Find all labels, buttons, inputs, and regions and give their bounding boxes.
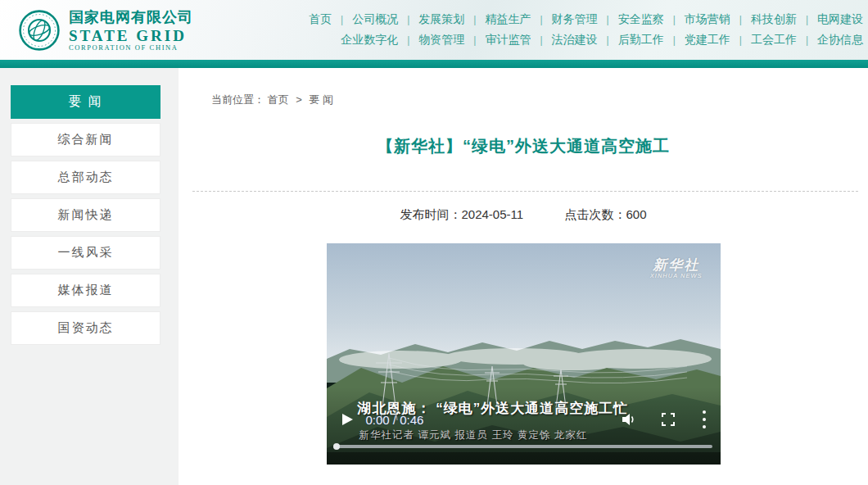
- nav-row1-item-4[interactable]: 精益生产: [485, 12, 531, 27]
- nav-row1-item-2[interactable]: 公司概况: [352, 12, 398, 27]
- company-name-en: STATE GRID: [69, 28, 193, 43]
- main-content: 当前位置： 首页 > 要 闻 【新华社】“绿电”外送大通道高空施工 发布时间：2…: [179, 68, 868, 485]
- nav-row2-item-3[interactable]: 审计监管: [485, 33, 531, 48]
- nav-row1-item-6[interactable]: 安全监察: [618, 12, 664, 27]
- xinhua-watermark-cn: 新华社: [650, 258, 703, 273]
- fullscreen-icon[interactable]: [662, 413, 675, 426]
- nav-row-2: 企业数字化|物资管理|审计监管|法治建设|后勤工作|党建工作|工会工作|企协信息: [341, 33, 863, 48]
- nav-separator: |: [407, 34, 409, 46]
- dashed-divider: [192, 191, 858, 192]
- logo[interactable]: 国家电网有限公司 STATE GRID CORPORATION OF CHINA: [0, 7, 215, 52]
- nav-separator: |: [739, 34, 742, 46]
- nav-row2-item-2[interactable]: 物资管理: [418, 33, 464, 48]
- nav-row1-item-8[interactable]: 科技创新: [751, 12, 797, 27]
- video-player[interactable]: 新华社 XINHUA NEWS 湖北恩施： “绿电”外送大通道高空施工忙 新华社…: [327, 243, 721, 465]
- video-progress-bar[interactable]: [333, 445, 712, 448]
- sidebar-item-3[interactable]: 总部动态: [11, 161, 160, 194]
- nav-row2-item-5[interactable]: 后勤工作: [618, 33, 664, 48]
- nav-separator: |: [407, 14, 409, 25]
- nav-separator: |: [607, 14, 609, 25]
- nav-row2-item-4[interactable]: 法治建设: [552, 33, 598, 48]
- video-timestamp: 0:00 / 0:46: [366, 413, 424, 427]
- nav-separator: |: [473, 14, 476, 25]
- header-divider-bar: [0, 60, 868, 68]
- breadcrumb-separator: >: [296, 93, 302, 106]
- nav-row2-item-8[interactable]: 企协信息: [817, 33, 863, 48]
- more-options-icon[interactable]: [703, 410, 708, 428]
- state-grid-logo-icon: [18, 9, 61, 52]
- nav-row2-item-7[interactable]: 工会工作: [751, 33, 797, 48]
- sidebar-item-4[interactable]: 新闻快递: [11, 198, 160, 232]
- sidebar-item-5[interactable]: 一线风采: [11, 236, 160, 270]
- logo-text: 国家电网有限公司 STATE GRID CORPORATION OF CHINA: [69, 7, 193, 52]
- nav-separator: |: [540, 14, 542, 25]
- nav-row1-item-1[interactable]: 首页: [309, 12, 332, 27]
- company-name-en-sub: CORPORATION OF CHINA: [69, 43, 193, 52]
- nav-separator: |: [806, 34, 808, 46]
- nav-row2-item-1[interactable]: 企业数字化: [341, 33, 398, 48]
- video-credits: 新华社记者 谭元斌 报道员 王玲 黄定馀 龙家红: [359, 428, 588, 442]
- site-header: 国家电网有限公司 STATE GRID CORPORATION OF CHINA…: [0, 0, 868, 60]
- breadcrumb: 当前位置： 首页 > 要 闻: [179, 93, 868, 107]
- nav-separator: |: [341, 14, 343, 25]
- page: 国家电网有限公司 STATE GRID CORPORATION OF CHINA…: [0, 0, 868, 485]
- article-meta: 发布时间：2024-05-11 点击次数：600: [179, 207, 868, 223]
- breadcrumb-home-link[interactable]: 首页: [268, 93, 289, 106]
- nav-row1-item-9[interactable]: 电网建设: [817, 12, 863, 27]
- nav-row2-item-6[interactable]: 党建工作: [685, 33, 730, 48]
- publish-date: 发布时间：2024-05-11: [400, 207, 524, 221]
- sidebar-item-7[interactable]: 国资动态: [11, 311, 160, 345]
- nav-separator: |: [673, 34, 676, 46]
- nav-separator: |: [607, 34, 609, 46]
- nav-row1-item-7[interactable]: 市场营销: [685, 12, 730, 27]
- body-area: 要 闻综合新闻总部动态新闻快递一线风采媒体报道国资动态 当前位置： 首页 > 要…: [0, 68, 868, 485]
- nav-row-1: 首页|公司概况|发展策划|精益生产|财务管理|安全监察|市场营销|科技创新|电网…: [309, 12, 863, 27]
- nav-row1-item-3[interactable]: 发展策划: [418, 12, 464, 27]
- nav-row1-item-5[interactable]: 财务管理: [552, 12, 598, 27]
- sidebar: 要 闻综合新闻总部动态新闻快递一线风采媒体报道国资动态: [0, 68, 179, 485]
- nav-separator: |: [739, 14, 742, 25]
- xinhua-watermark-en: XINHUA NEWS: [650, 273, 703, 279]
- main-nav: 首页|公司概况|发展策划|精益生产|财务管理|安全监察|市场营销|科技创新|电网…: [215, 12, 868, 48]
- article-title: 【新华社】“绿电”外送大通道高空施工: [179, 135, 868, 157]
- sidebar-item-1[interactable]: 要 闻: [11, 85, 160, 119]
- sidebar-item-6[interactable]: 媒体报道: [11, 274, 160, 307]
- nav-separator: |: [673, 14, 676, 25]
- breadcrumb-prefix: 当前位置：: [211, 93, 264, 106]
- play-button-icon[interactable]: [340, 412, 355, 427]
- breadcrumb-current: 要 闻: [309, 93, 333, 106]
- nav-separator: |: [473, 34, 476, 46]
- xinhua-watermark: 新华社 XINHUA NEWS: [650, 258, 703, 279]
- nav-separator: |: [806, 14, 808, 25]
- sidebar-item-2[interactable]: 综合新闻: [11, 123, 160, 156]
- click-count: 点击次数：600: [564, 207, 646, 221]
- progress-knob[interactable]: [333, 443, 340, 450]
- volume-icon[interactable]: [621, 412, 637, 427]
- company-name-cn: 国家电网有限公司: [69, 7, 193, 27]
- nav-separator: |: [540, 34, 542, 46]
